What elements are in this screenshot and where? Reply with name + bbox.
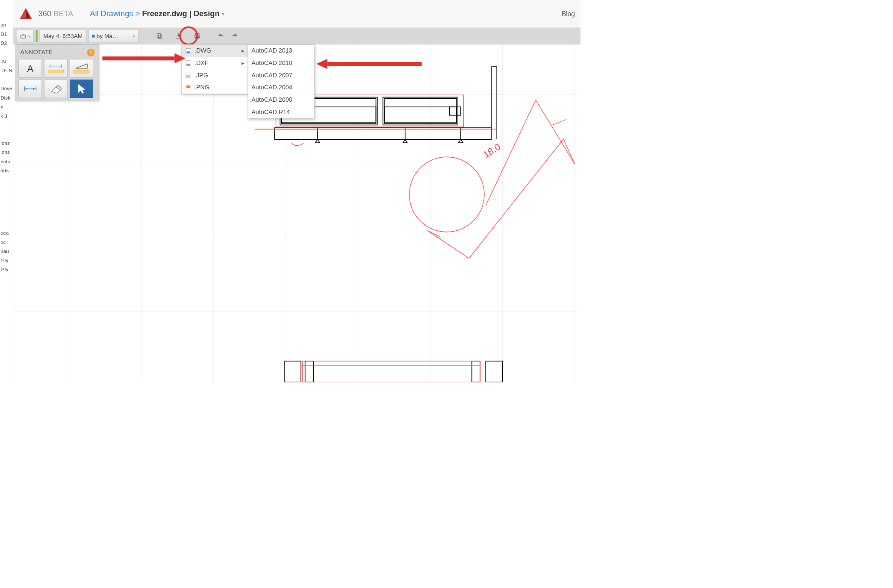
svg-line-35 bbox=[552, 120, 566, 125]
left-strip-item: TE-N bbox=[0, 68, 13, 74]
eraser-tool[interactable] bbox=[44, 80, 68, 98]
warning-badge-icon[interactable]: ! bbox=[87, 49, 94, 56]
svg-line-32 bbox=[563, 139, 575, 164]
svg-marker-48 bbox=[33, 88, 35, 90]
left-strip-item bbox=[0, 221, 13, 227]
svg-marker-51 bbox=[78, 84, 85, 94]
left-strip-item: pau bbox=[0, 249, 13, 255]
left-strip-item bbox=[0, 203, 13, 209]
left-strip-item: oca bbox=[0, 230, 13, 236]
left-strip-item bbox=[0, 123, 13, 128]
copy-button[interactable] bbox=[154, 30, 165, 41]
left-strip-item: P 5 bbox=[0, 267, 13, 273]
caret-down-icon: ▾ bbox=[28, 34, 30, 38]
left-strip-item: D1 bbox=[0, 31, 13, 37]
left-strip-item bbox=[0, 131, 13, 137]
svg-text:JPG: JPG bbox=[186, 75, 191, 77]
left-strip-item: ents bbox=[0, 159, 13, 165]
left-strip-item: Disk bbox=[0, 95, 13, 101]
linear-dimension-tool[interactable] bbox=[44, 59, 68, 77]
export-png-item[interactable]: .PNG bbox=[182, 81, 248, 94]
png-file-icon bbox=[185, 84, 192, 91]
left-strip-item: an bbox=[0, 22, 13, 28]
svg-line-36 bbox=[427, 231, 442, 238]
annotate-panel-title: ANNOTATE bbox=[20, 49, 53, 56]
dxf-file-icon bbox=[185, 60, 192, 67]
export-jpg-item[interactable]: JPG .JPG bbox=[182, 69, 248, 82]
aligned-dimension-tool[interactable] bbox=[19, 80, 42, 98]
timestamp-button[interactable]: May 4, 6:53AM bbox=[40, 30, 86, 42]
svg-line-30 bbox=[427, 231, 469, 259]
caret-down-icon[interactable]: ▾ bbox=[222, 11, 224, 17]
left-strip-item: P 5 bbox=[0, 258, 13, 264]
select-tool[interactable] bbox=[70, 80, 93, 98]
autocad-2004-item[interactable]: AutoCAD 2004 bbox=[248, 81, 314, 94]
autocad-r14-item[interactable]: AutoCAD R14 bbox=[248, 106, 314, 118]
annotate-panel: ANNOTATE ! A bbox=[15, 44, 99, 101]
svg-rect-13 bbox=[384, 99, 457, 124]
autocad-2010-item[interactable]: AutoCAD 2010 bbox=[248, 57, 314, 69]
drawing-canvas[interactable]: 18.0 ANNOTATE ! A bbox=[13, 44, 581, 382]
undo-button[interactable] bbox=[216, 30, 227, 41]
svg-marker-47 bbox=[26, 88, 27, 90]
blog-link[interactable]: Blog bbox=[562, 10, 575, 18]
svg-line-31 bbox=[469, 139, 563, 259]
left-strip-item: x bbox=[0, 104, 13, 110]
angular-dimension-tool[interactable] bbox=[70, 59, 93, 77]
dwg-file-icon bbox=[185, 47, 192, 54]
svg-rect-38 bbox=[302, 361, 480, 382]
left-strip-item: Drive bbox=[0, 86, 13, 92]
submenu-arrow-icon: ▶ bbox=[242, 61, 245, 65]
left-strip-item bbox=[0, 50, 13, 55]
briefcase-icon bbox=[20, 32, 27, 39]
author-button[interactable]: by Ma… ▾ bbox=[88, 30, 139, 42]
svg-marker-43 bbox=[76, 64, 87, 68]
left-strip-item: ions bbox=[0, 150, 13, 156]
left-strip-item: ads bbox=[0, 168, 13, 174]
svg-rect-55 bbox=[186, 64, 190, 65]
svg-rect-26 bbox=[486, 361, 502, 382]
left-strip-item: ions bbox=[0, 140, 13, 146]
redo-button[interactable] bbox=[229, 30, 240, 41]
breadcrumb-separator: > bbox=[136, 9, 140, 18]
export-format-menu: .DWG ▶ .DXF ▶ JPG .JPG bbox=[181, 44, 248, 94]
download-button[interactable] bbox=[173, 30, 184, 41]
svg-rect-3 bbox=[21, 35, 26, 38]
svg-rect-53 bbox=[186, 51, 190, 53]
print-button[interactable] bbox=[192, 30, 203, 41]
svg-point-29 bbox=[409, 157, 484, 232]
left-sidebar-fragment: anD1D2-NTE-NDriveDiskxk 3ionsionsentsads… bbox=[0, 0, 13, 382]
dwg-version-submenu: AutoCAD 2013 AutoCAD 2010 AutoCAD 2007 A… bbox=[248, 44, 315, 118]
breadcrumb-current: Freezer.dwg | Design bbox=[142, 9, 219, 18]
caret-down-icon: ▾ bbox=[133, 34, 135, 38]
autocad-2000-item[interactable]: AutoCAD 2000 bbox=[248, 94, 314, 106]
svg-rect-4 bbox=[158, 35, 162, 38]
export-dxf-item[interactable]: .DXF ▶ bbox=[182, 57, 248, 69]
svg-rect-11 bbox=[383, 97, 458, 125]
autocad-2013-item[interactable]: AutoCAD 2013 bbox=[248, 45, 314, 57]
text-annotation-tool[interactable]: A bbox=[19, 59, 42, 77]
app-header: 360 BETA All Drawings > Freezer.dwg | De… bbox=[13, 0, 581, 28]
svg-rect-24 bbox=[305, 361, 314, 382]
left-strip-item: D2 bbox=[0, 41, 13, 47]
status-indicator bbox=[36, 30, 38, 42]
file-menu-button[interactable]: ▾ bbox=[16, 30, 34, 42]
breadcrumb: All Drawings > Freezer.dwg | Design ▾ bbox=[90, 9, 224, 18]
export-dwg-item[interactable]: .DWG ▶ bbox=[182, 45, 248, 57]
brand-label: 360 BETA bbox=[38, 9, 74, 18]
svg-rect-25 bbox=[472, 361, 480, 382]
jpg-file-icon: JPG bbox=[185, 72, 192, 79]
autocad-2007-item[interactable]: AutoCAD 2007 bbox=[248, 69, 314, 82]
left-strip-item bbox=[0, 177, 13, 182]
svg-line-33 bbox=[536, 100, 575, 164]
svg-rect-23 bbox=[284, 361, 301, 382]
left-strip-item bbox=[0, 195, 13, 200]
svg-rect-15 bbox=[384, 107, 457, 122]
submenu-arrow-icon: ▶ bbox=[242, 49, 245, 53]
main-toolbar: ▾ May 4, 6:53AM by Ma… ▾ bbox=[13, 28, 581, 44]
left-strip-item: oc bbox=[0, 239, 13, 245]
svg-rect-22 bbox=[450, 107, 461, 115]
left-strip-item: -N bbox=[0, 59, 13, 65]
breadcrumb-root-link[interactable]: All Drawings bbox=[90, 9, 133, 18]
svg-rect-9 bbox=[274, 128, 491, 139]
